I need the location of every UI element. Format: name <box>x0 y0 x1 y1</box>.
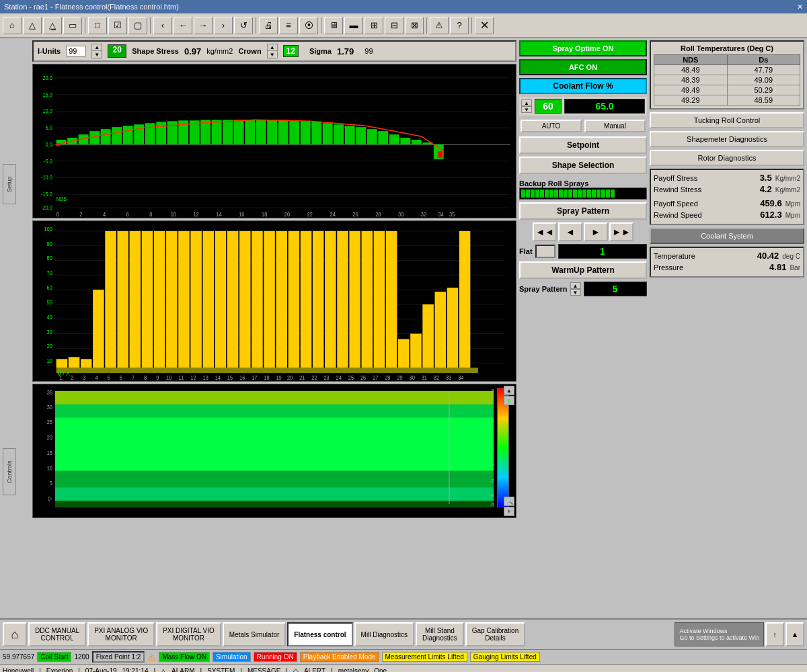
spray-bar-2 <box>526 190 530 198</box>
toolbar-print-btn[interactable]: 🖨 <box>259 17 278 34</box>
toolbar-help-btn[interactable]: ? <box>450 17 469 34</box>
scroll-up-btn[interactable]: ▲ <box>504 386 514 395</box>
heatmap-chart-svg: 35 30 25 20 15 10 5 0- <box>33 384 516 517</box>
task-btn-3[interactable]: Metals Simulator <box>223 622 286 646</box>
coolant-up-btn[interactable]: ▲ <box>521 99 532 106</box>
playback-tag: Playback Enabled Mode <box>300 652 379 662</box>
crown-down-btn[interactable]: ▼ <box>268 51 277 58</box>
time-label: 19:21:14 <box>122 667 149 672</box>
set-value[interactable]: 20 <box>108 44 126 58</box>
rewind-stress-row: Rewind Stress 4.2 Kg/mm2 <box>654 184 800 194</box>
task-btn-7[interactable]: Gap Calibration Details <box>465 622 525 646</box>
toolbar-home-btn[interactable]: ⌂ <box>3 17 22 34</box>
nav-fforward-btn[interactable]: ►► <box>609 222 633 241</box>
coolant-sys-btn[interactable]: Coolant System <box>650 228 804 244</box>
svg-text:26: 26 <box>352 211 358 218</box>
auto-manual-row: AUTO Manual <box>519 118 647 134</box>
setpoint-btn[interactable]: Setpoint <box>519 136 647 154</box>
toolbar-undo-btn[interactable]: ↺ <box>234 17 253 34</box>
nav-rewind-btn[interactable]: ◄◄ <box>533 222 557 241</box>
spray-pattern-up-btn[interactable]: ▲ <box>570 282 581 289</box>
toolbar-arrow-right2-btn[interactable]: › <box>214 17 233 34</box>
crown-up-btn[interactable]: ▲ <box>268 44 277 51</box>
controls-tab[interactable]: Controls <box>3 448 16 495</box>
toolbar-monitor2-btn[interactable]: 🖥 <box>324 17 343 34</box>
close-icon[interactable]: ✕ <box>797 3 803 11</box>
flat-label: Flat <box>519 247 533 255</box>
toolbar-arrow-right-btn[interactable]: → <box>194 17 213 34</box>
task-btn-1[interactable]: PXI ANALOG VIO MONITOR <box>87 622 155 646</box>
manual-btn[interactable]: Manual <box>584 120 646 132</box>
task-btn-6[interactable]: Mill Stand Diagnostics <box>416 622 464 646</box>
setup-tab[interactable]: Setup <box>3 164 16 204</box>
zoom-search-btn[interactable]: 🔍 <box>504 497 514 506</box>
toolbar-checkbox-btn[interactable]: ☑ <box>108 17 127 34</box>
coolant-down-btn[interactable]: ▼ <box>521 106 532 113</box>
toolbar-square2-btn[interactable]: ▢ <box>128 17 147 34</box>
svg-rect-101 <box>105 231 116 368</box>
toolbar-list-btn[interactable]: ≡ <box>279 17 298 34</box>
svg-rect-51 <box>400 138 410 144</box>
i-units-up-btn[interactable]: ▲ <box>92 44 102 51</box>
toolbar-triangle2-btn[interactable]: △̲ <box>43 17 62 34</box>
svg-text:2: 2 <box>71 374 74 381</box>
svg-text:14: 14 <box>216 211 222 218</box>
toolbar-monitor-btn[interactable]: ▭ <box>63 17 82 34</box>
payoff-speed-unit: Mpm <box>785 200 800 208</box>
tucking-roll-btn[interactable]: Tucking Roll Control <box>650 112 804 128</box>
flat-input[interactable] <box>535 245 555 258</box>
temp-val: 40.42 <box>757 251 779 261</box>
toolbar-close-btn[interactable]: ✕ <box>475 17 494 34</box>
task-btn-5[interactable]: Mill Diagnostics <box>354 622 414 646</box>
fixed-point-tag: Fixed Point 1:2 <box>92 651 145 663</box>
svg-rect-102 <box>117 231 128 368</box>
toolbar-warning-btn[interactable]: ⚠ <box>430 17 449 34</box>
spray-pattern-btn[interactable]: Spray Pattern <box>519 202 647 220</box>
roll-temp-ds-0: 47.79 <box>727 65 800 75</box>
nav-prev-btn[interactable]: ◄ <box>558 222 582 241</box>
svg-text:15.0: 15.0 <box>42 91 52 98</box>
shape-selection-btn[interactable]: Shape Selection <box>519 157 647 174</box>
payoff-speed-val: 459.6 <box>760 198 782 208</box>
home-btn[interactable]: ⌂ <box>3 622 27 646</box>
afc-on-btn[interactable]: AFC ON <box>519 59 647 75</box>
heatmap-chart-area: 35 30 25 20 15 10 5 0- <box>32 384 516 518</box>
spray-optime-btn[interactable]: Spray Optime ON <box>519 40 647 56</box>
rotor-btn[interactable]: Rotor Diagnostics <box>650 150 804 166</box>
zoom-controls[interactable]: 🔍 + <box>504 497 514 516</box>
temp-unit: deg C <box>782 253 800 260</box>
nav-next-btn[interactable]: ► <box>584 222 608 241</box>
sigma-val: 1.79 <box>337 46 354 56</box>
toolbar-arrow-left-btn[interactable]: ← <box>174 17 192 34</box>
task-btn-4[interactable]: Flatness control <box>287 622 352 646</box>
svg-rect-126 <box>410 334 422 368</box>
shapemeter-btn[interactable]: Shapemeter Diagnostics <box>650 131 804 147</box>
toolbar-monitor3-btn[interactable]: ▬ <box>344 17 363 34</box>
svg-text:11: 11 <box>178 374 184 381</box>
spray-pattern-down-btn[interactable]: ▼ <box>570 289 581 296</box>
warmup-pattern-btn[interactable]: WarmUp Pattern <box>519 261 647 279</box>
taskbar-up-btn[interactable]: ▲ <box>785 622 804 646</box>
zoom-plus-btn[interactable]: + <box>504 507 514 516</box>
svg-rect-24 <box>101 129 111 144</box>
toolbar-triangle-btn[interactable]: △ <box>23 17 42 34</box>
toolbar-bars-btn[interactable]: ⦿ <box>299 17 318 34</box>
toolbar-grid2-btn[interactable]: ⊟ <box>385 17 404 34</box>
toolbar-square-btn[interactable]: □ <box>88 17 107 34</box>
scroll-ctrl[interactable]: ▲ 6 <box>504 386 514 405</box>
svg-text:9: 9 <box>156 374 159 381</box>
coolant-set-val[interactable]: 60 <box>535 99 562 114</box>
rewind-speed-val: 612.3 <box>760 210 782 220</box>
task-btn-2[interactable]: PXI DIGITAL VIO MONITOR <box>156 622 221 646</box>
i-units-down-btn[interactable]: ▼ <box>92 51 102 58</box>
toolbar-chevron-left-btn[interactable]: ‹ <box>153 17 172 34</box>
toolbar-grid-btn[interactable]: ⊞ <box>364 17 383 34</box>
auto-btn[interactable]: AUTO <box>521 120 582 132</box>
toolbar-grid3-btn[interactable]: ⊠ <box>405 17 424 34</box>
roll-temp-ds-3: 48.59 <box>727 95 800 106</box>
svg-text:50: 50 <box>47 299 53 306</box>
taskbar-arrow-btn[interactable]: ↑ <box>765 622 784 646</box>
svg-rect-180 <box>55 418 494 471</box>
svg-text:28: 28 <box>385 374 391 381</box>
task-btn-0[interactable]: DDC MANUAL CONTROL <box>28 622 86 646</box>
